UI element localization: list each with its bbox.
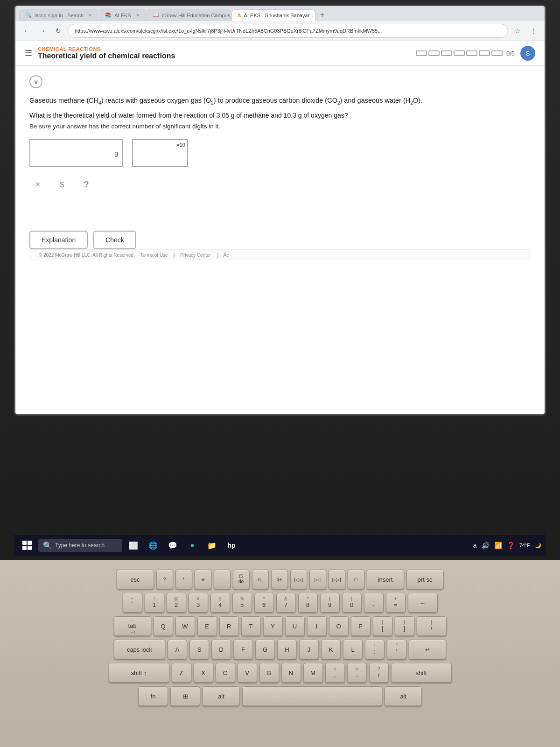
key-b[interactable]: B	[259, 663, 279, 683]
key-comma[interactable]: <,	[325, 663, 345, 683]
key-f3[interactable]: ※	[195, 570, 211, 589]
privacy-link[interactable]: Privacy Center	[180, 253, 211, 258]
key-v[interactable]: V	[238, 663, 257, 683]
key-5[interactable]: %5	[232, 593, 252, 613]
collapse-button[interactable]: ∨	[29, 75, 42, 88]
key-equals[interactable]: +=	[386, 593, 406, 613]
key-f2[interactable]: *	[175, 570, 192, 589]
key-m[interactable]: M	[303, 663, 323, 683]
key-d[interactable]: D	[211, 640, 231, 659]
key-k[interactable]: K	[321, 640, 341, 659]
tab-aleks[interactable]: 📚 ALEKS ✕	[99, 9, 145, 21]
taskbar-task-view[interactable]: ⬜	[125, 537, 142, 554]
key-f10[interactable]: ▷▷|	[329, 570, 345, 589]
key-h[interactable]: H	[277, 640, 297, 659]
settings-icon[interactable]: ⋮	[527, 24, 540, 37]
key-w[interactable]: W	[175, 616, 195, 636]
key-u[interactable]: U	[285, 616, 305, 636]
bookmark-button[interactable]: ☆	[511, 24, 524, 37]
profile-button[interactable]: S	[520, 46, 535, 61]
key-n[interactable]: N	[281, 663, 301, 683]
address-input[interactable]	[68, 24, 508, 38]
back-button[interactable]: ←	[20, 24, 33, 37]
key-a[interactable]: A	[168, 640, 187, 659]
new-tab-button[interactable]: +	[316, 9, 328, 21]
explanation-button[interactable]: Explanation	[29, 231, 88, 249]
key-f9[interactable]: ▷||	[309, 570, 326, 589]
key-fn[interactable]: fn	[138, 686, 168, 706]
dollar-button[interactable]: $	[54, 176, 70, 193]
key-s[interactable]: S	[189, 640, 209, 659]
key-i[interactable]: I	[307, 616, 327, 636]
key-y[interactable]: Y	[263, 616, 283, 636]
key-f5[interactable]: f5do	[233, 570, 250, 589]
key-semicolon[interactable]: :;	[365, 640, 385, 659]
reload-button[interactable]: ↻	[52, 24, 65, 37]
tab-mcgraw[interactable]: 📖 cGraw-Hill Education Campus ✕	[147, 9, 231, 21]
key-quote[interactable]: "'	[387, 640, 406, 659]
tab-search-close[interactable]: ✕	[88, 13, 92, 18]
key-backslash[interactable]: |\	[417, 616, 447, 636]
key-l[interactable]: L	[343, 640, 363, 659]
key-rbracket[interactable]: }]	[395, 616, 414, 636]
key-z[interactable]: Z	[172, 663, 191, 683]
key-r[interactable]: R	[219, 616, 239, 636]
key-0[interactable]: )0	[342, 593, 362, 613]
taskbar-search[interactable]: 🔍 Type here to search	[38, 539, 122, 552]
sci-notation-input[interactable]	[136, 148, 173, 158]
key-9[interactable]: (9	[320, 593, 340, 613]
hamburger-menu-icon[interactable]: ☰	[25, 48, 32, 58]
key-q[interactable]: Q	[154, 616, 173, 636]
taskbar-widgets[interactable]: 🌐	[145, 537, 161, 554]
taskbar-hp-icon[interactable]: hp	[223, 537, 240, 554]
key-f8[interactable]: |◁◁	[290, 570, 307, 589]
key-prtsc[interactable]: prt sc	[406, 570, 444, 589]
key-f6[interactable]: q-	[252, 570, 269, 589]
key-8[interactable]: *8	[298, 593, 318, 613]
key-2[interactable]: @2	[167, 593, 186, 613]
key-backspace[interactable]: ←	[408, 593, 438, 613]
key-t[interactable]: T	[241, 616, 261, 636]
key-3[interactable]: #3	[189, 593, 208, 613]
multiply-button[interactable]: ×	[29, 176, 46, 193]
key-o[interactable]: O	[329, 616, 349, 636]
tab-search[interactable]: 🔍 laccd sign in - Search ✕	[19, 9, 98, 21]
terms-link[interactable]: Terms of Use	[140, 253, 168, 258]
key-6[interactable]: ^6	[254, 593, 274, 613]
key-capslock[interactable]: caps lock	[114, 640, 165, 659]
key-minus[interactable]: _-	[364, 593, 384, 613]
key-1[interactable]: !1	[145, 593, 164, 613]
key-alt-left[interactable]: alt	[203, 686, 240, 706]
taskbar-file-icon[interactable]: 📁	[203, 537, 220, 554]
ac-link[interactable]: Ac	[223, 253, 229, 258]
key-shift-right[interactable]: shift	[391, 663, 452, 683]
key-period[interactable]: >.	[347, 663, 367, 683]
key-f[interactable]: F	[233, 640, 253, 659]
key-f4[interactable]: ·	[214, 570, 231, 589]
key-enter[interactable]: ↵	[409, 640, 446, 659]
key-esc[interactable]: esc	[117, 570, 154, 589]
key-alt-right[interactable]: alt	[385, 686, 422, 706]
tab-aleks-close[interactable]: ✕	[136, 13, 140, 18]
key-x[interactable]: X	[194, 663, 213, 683]
key-4[interactable]: $4	[210, 593, 230, 613]
check-button[interactable]: Check	[93, 231, 136, 249]
taskbar-browser-icon[interactable]: ●	[184, 537, 201, 554]
key-tilde[interactable]: ~`	[123, 593, 142, 613]
taskbar-teams[interactable]: 💬	[164, 537, 181, 554]
key-windows[interactable]: ⊞	[170, 686, 200, 706]
key-tab[interactable]: i←tab→i	[114, 616, 151, 636]
key-slash[interactable]: ?/	[369, 663, 389, 683]
key-shift-left[interactable]: shift ↑	[109, 663, 169, 683]
key-e[interactable]: E	[197, 616, 217, 636]
help-button[interactable]: ?	[78, 176, 95, 193]
tab-active[interactable]: A ALEKS - Shushanik Babayan - Le ✕	[231, 9, 315, 21]
key-7[interactable]: &7	[276, 593, 296, 613]
key-g[interactable]: G	[255, 640, 275, 659]
key-c[interactable]: C	[216, 663, 235, 683]
start-button[interactable]	[19, 537, 35, 554]
forward-button[interactable]: →	[36, 24, 49, 37]
key-space[interactable]	[242, 686, 382, 706]
key-f11[interactable]: □	[348, 570, 364, 589]
key-f7[interactable]: q+	[271, 570, 288, 589]
